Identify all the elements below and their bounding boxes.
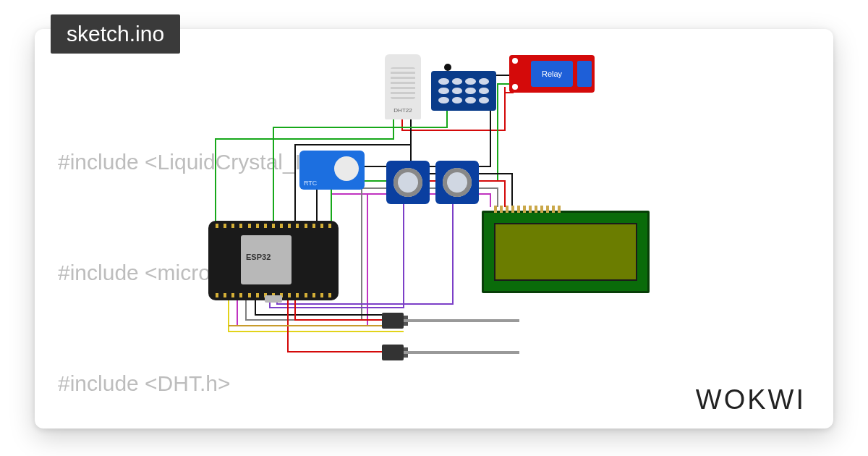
esp32-label: ESP32	[246, 253, 271, 261]
rtc-module[interactable]: RTC	[299, 151, 365, 190]
rtc-label: RTC	[304, 180, 317, 187]
project-card: sketch.ino #include <LiquidCrystal_I2C.h…	[35, 29, 833, 428]
relay-label: Relay	[531, 61, 573, 87]
potentiometer-2[interactable]	[435, 161, 479, 204]
dht22-sensor[interactable]: DHT22	[385, 54, 421, 119]
wokwi-logo: WOKWI	[696, 384, 806, 415]
relay-terminal-icon	[577, 61, 592, 87]
wokwi-logo-text: WOKWI	[696, 384, 806, 415]
file-tab[interactable]: sketch.ino	[51, 14, 180, 54]
potentiometer-1[interactable]	[386, 161, 430, 204]
dht22-label: DHT22	[385, 107, 421, 114]
circuit-diagram[interactable]: ESP32 DHT22 Relay RTC	[187, 58, 650, 405]
relay-module[interactable]: Relay	[509, 55, 595, 93]
lcd-20x4[interactable]	[482, 211, 650, 293]
slide-potentiometer-1[interactable]	[382, 313, 519, 329]
ntc-thermistor-board[interactable]	[431, 71, 496, 111]
usb-port-icon	[265, 295, 282, 303]
slide-potentiometer-2[interactable]	[382, 345, 519, 360]
file-tab-label: sketch.ino	[67, 22, 164, 46]
lcd-header-pins-icon	[494, 206, 561, 213]
esp32-board[interactable]: ESP32	[208, 221, 339, 300]
